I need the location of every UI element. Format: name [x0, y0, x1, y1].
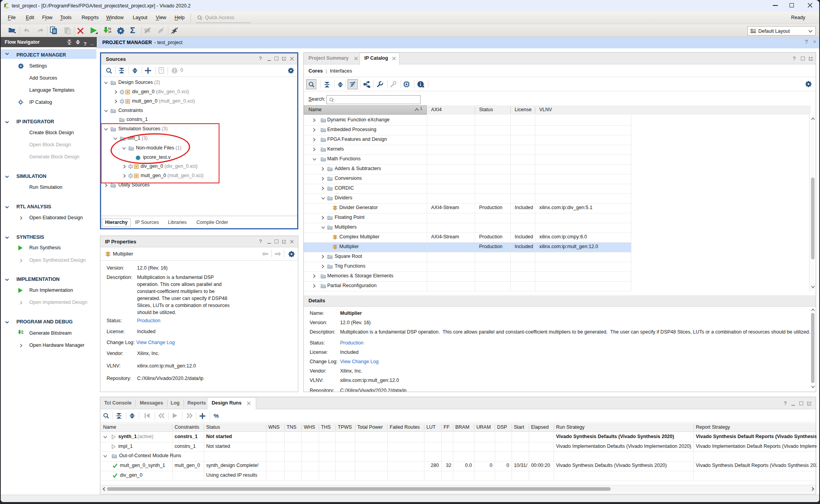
svg-text:?: ? [160, 68, 162, 73]
